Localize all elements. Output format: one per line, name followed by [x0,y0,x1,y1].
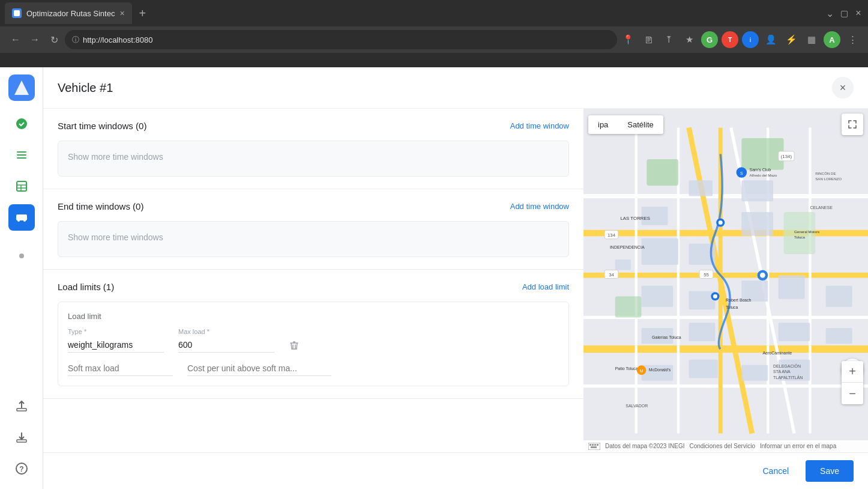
address-bar[interactable]: ⓘ http://localhost:8080 [65,30,617,49]
window-close-icon[interactable]: × [854,8,863,18]
map-tab-mapa[interactable]: ipa [588,115,618,134]
profile-icon[interactable]: 👤 [762,31,779,48]
svg-rect-48 [779,323,810,341]
add-end-time-window-button[interactable]: Add time window [510,202,569,211]
delete-load-limit-button[interactable] [289,340,300,354]
sidebar-item-2[interactable] [8,142,35,168]
max-load-label: Max load * [178,328,274,335]
soft-max-input[interactable] [68,361,173,376]
extension-icon[interactable]: ⚡ [783,31,800,48]
form-panel: Start time windows (0) Add time window S… [43,109,583,452]
svg-rect-41 [741,212,773,236]
svg-text:TLAPALTITLÁN: TLAPALTITLÁN [773,375,803,380]
svg-rect-97 [597,444,598,446]
max-load-field-group: Max load * 600 [178,328,274,353]
add-start-time-window-button[interactable]: Add time window [510,121,569,130]
map-expand-button[interactable] [842,114,863,135]
panel-footer: Cancel Save [43,452,868,489]
ext-red-icon[interactable]: T [722,31,738,48]
download-icon [16,431,28,443]
start-time-windows-placeholder: Show more time windows [58,141,569,177]
vehicle-icon [16,211,28,223]
sidebar-item-upload[interactable] [8,393,35,419]
map-footer-report[interactable]: Informar un error en el mapa [760,443,836,450]
reload-button[interactable]: ↻ [46,31,62,48]
map-tab-satelite[interactable]: Satélite [618,115,663,134]
start-time-windows-title: Start time windows (0) [58,121,146,131]
table-check-icon [16,180,28,192]
svg-rect-37 [741,180,773,201]
svg-text:Alfredo del Mazo: Alfredo del Mazo [750,173,778,177]
svg-point-2 [16,118,27,129]
profile-button[interactable]: A [824,31,840,48]
browser-tab[interactable]: Optimizador Rutas Sintec × [5,2,132,24]
svg-text:SAN LORENZO: SAN LORENZO [815,177,842,181]
svg-text:CELANESE: CELANESE [810,206,833,210]
bookmark-icon[interactable]: ★ [681,31,698,48]
svg-text:INDEPENDENCIA: INDEPENDENCIA [610,245,645,249]
secure-icon: ⓘ [72,35,79,45]
soft-max-field-group [68,361,173,376]
end-time-windows-section: End time windows (0) Add time window Sho… [43,189,583,270]
svg-text:General Motors: General Motors [794,229,819,234]
sidebar-item-download[interactable] [8,424,35,451]
start-time-windows-header: Start time windows (0) Add time window [58,121,569,131]
svg-rect-54 [826,328,852,344]
translate-icon[interactable]: 🖹 [640,31,657,48]
forward-button[interactable]: → [26,31,43,48]
cancel-button[interactable]: Cancel [753,461,798,481]
sidebar-item-help[interactable]: ? [8,455,35,482]
list-check-icon [16,149,28,161]
type-value[interactable]: weight_kilograms [68,338,164,353]
sidebar-logo[interactable] [8,74,35,101]
svg-rect-98 [591,446,597,448]
map-svg: LAS TORRES INDEPENDENCIA Robert Bosch To… [583,109,868,452]
close-button[interactable]: × [832,77,854,99]
cost-input[interactable] [187,361,331,376]
panel-header: Vehicle #1 × [43,67,868,109]
max-load-value[interactable]: 600 [178,338,274,353]
svg-text:Sam's Club: Sam's Club [750,168,771,172]
svg-rect-51 [741,365,768,380]
add-load-limit-button[interactable]: Add load limit [522,282,569,291]
sidebar-item-4[interactable] [8,204,35,231]
svg-text:134: 134 [607,232,616,238]
load-limits-header: Load limits (1) Add load limit [58,282,569,292]
svg-rect-0 [14,10,20,16]
expand-icon [848,120,857,129]
sidebar-item-dot[interactable] [8,243,35,269]
new-tab-button[interactable]: + [139,7,146,20]
sidebar-item-3[interactable] [8,173,35,199]
ext-blue-icon[interactable]: i [742,31,759,48]
zoom-in-button[interactable]: + [842,361,863,383]
svg-text:STA ANA: STA ANA [773,369,791,374]
minimize-icon: ⌄ [825,8,834,18]
share-icon[interactable]: ⤒ [660,31,677,48]
ext-green-icon[interactable]: G [701,31,718,48]
svg-rect-38 [642,238,678,265]
svg-rect-50 [689,360,718,378]
svg-text:AeroCaminante: AeroCaminante [762,351,792,355]
svg-text:Toluca: Toluca [794,235,805,239]
save-button[interactable]: Save [806,460,854,482]
restore-icon: ▢ [839,8,849,18]
location-icon[interactable]: 📍 [619,31,636,48]
cost-field-group [187,361,331,376]
menu-icon[interactable]: ⋮ [844,31,861,48]
svg-rect-40 [615,260,631,270]
main-content: Vehicle #1 × Start time windows (0) Add … [43,67,868,489]
map-zoom-controls: + − [842,361,863,404]
map-panel: LAS TORRES INDEPENDENCIA Robert Bosch To… [583,109,868,452]
tab-close-icon[interactable]: × [119,8,124,18]
map-footer-terms[interactable]: Condiciones del Servicio [689,443,755,450]
back-button[interactable]: ← [7,31,24,48]
split-view-icon[interactable]: ▦ [803,31,820,48]
svg-point-56 [719,220,723,225]
svg-text:34: 34 [609,272,614,278]
svg-text:55: 55 [704,272,709,278]
panel-title: Vehicle #1 [58,81,113,95]
svg-text:(134): (134) [781,154,792,159]
zoom-out-button[interactable]: − [842,383,863,404]
svg-rect-36 [689,180,713,196]
sidebar-item-1[interactable] [8,111,35,137]
